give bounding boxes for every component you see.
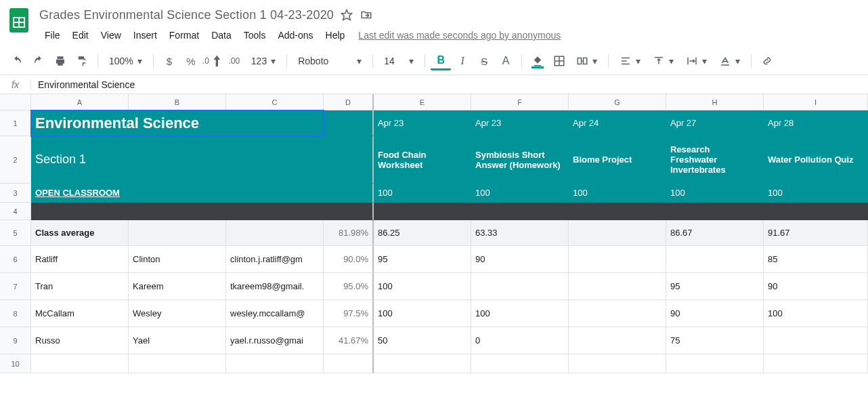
cell[interactable] [569,327,666,354]
cell[interactable]: 90 [764,273,868,300]
row-header[interactable]: 2 [0,136,31,184]
menu-edit[interactable]: Edit [67,27,94,43]
col-header[interactable]: H [666,94,764,110]
text-wrap-button[interactable]: ▾ [680,51,712,70]
menu-data[interactable]: Data [206,27,237,43]
h-align-button[interactable]: ▾ [614,51,646,70]
col-header[interactable]: G [569,94,666,110]
cell[interactable] [764,354,868,373]
cell[interactable]: clinton.j.ratliff@gm [226,246,324,273]
cell[interactable]: McCallam [31,300,129,327]
cell[interactable]: tkareem98@gmail. [226,273,324,300]
cell[interactable]: 86.25 [374,220,471,246]
formula-input[interactable] [31,79,868,90]
cell[interactable]: 0 [471,327,569,354]
menu-view[interactable]: View [95,27,127,43]
cell-a1[interactable]: Environmental Science [31,110,324,136]
cell[interactable] [666,246,764,273]
menu-tools[interactable]: Tools [238,27,272,43]
cell[interactable]: 100 [666,184,764,203]
row-header[interactable]: 7 [0,273,31,300]
col-header[interactable]: I [764,94,868,110]
cell[interactable]: 41.67% [324,327,374,354]
cell[interactable]: Ratliff [31,246,129,273]
class-average-label[interactable]: Class average [31,220,129,246]
row-header[interactable]: 10 [0,354,31,373]
cell[interactable]: 100 [374,300,471,327]
cell[interactable]: Tran [31,273,129,300]
cell[interactable]: Yael [129,327,226,354]
cell[interactable]: Apr 27 [666,110,764,136]
col-header[interactable]: D [324,94,374,110]
redo-button[interactable] [28,51,49,70]
cell[interactable]: 85 [764,246,868,273]
cell[interactable]: 86.67 [666,220,764,246]
cell-a2[interactable]: Section 1 [31,136,324,184]
cell[interactable]: 90.0% [324,246,374,273]
menu-addons[interactable]: Add-ons [272,27,318,43]
menu-insert[interactable]: Insert [128,27,162,43]
cell[interactable]: 95 [666,273,764,300]
bold-button[interactable]: B [431,51,451,70]
cell[interactable]: 90 [471,246,569,273]
currency-button[interactable]: $ [159,51,179,70]
row-header[interactable]: 4 [0,203,31,220]
cell[interactable]: Clinton [129,246,226,273]
col-header[interactable]: B [129,94,226,110]
menu-format[interactable]: Format [164,27,204,43]
row-header[interactable]: 8 [0,300,31,327]
cell[interactable] [324,110,374,136]
insert-link-button[interactable] [757,51,777,70]
cell[interactable] [569,246,666,273]
text-color-button[interactable]: A [496,51,516,70]
cell[interactable]: 100 [569,184,666,203]
increase-decimal-button[interactable]: .00 [224,51,244,70]
paint-format-button[interactable] [72,51,92,70]
cell[interactable]: 90 [666,300,764,327]
cell[interactable] [129,220,226,246]
select-all-corner[interactable] [0,94,31,110]
cell[interactable]: 100 [764,184,868,203]
cell[interactable]: Symbiosis Short Answer (Homework) [471,136,569,184]
cell[interactable] [31,354,129,373]
cell[interactable]: Apr 28 [764,110,868,136]
more-formats-button[interactable]: 123▾ [246,51,281,70]
cell[interactable] [226,354,324,373]
col-header[interactable]: C [226,94,324,110]
menu-file[interactable]: File [39,27,66,43]
cell[interactable]: 100 [471,184,569,203]
cell[interactable]: yael.r.russo@gmai [226,327,324,354]
cell[interactable] [471,273,569,300]
font-size-select[interactable]: 14▾ [378,51,419,70]
cell[interactable]: Kareem [129,273,226,300]
cell[interactable]: 91.67 [764,220,868,246]
cell[interactable] [324,354,374,373]
print-button[interactable] [50,51,70,70]
zoom-select[interactable]: 100%▾ [104,51,148,70]
row-header[interactable]: 6 [0,246,31,273]
cell[interactable] [31,203,374,220]
row-header[interactable]: 9 [0,327,31,354]
cell[interactable]: Apr 24 [569,110,666,136]
fill-color-button[interactable] [527,51,548,70]
cell[interactable]: 50 [374,327,471,354]
class-average-pct[interactable]: 81.98% [324,220,374,246]
cell[interactable] [374,203,868,220]
cell[interactable] [129,354,226,373]
col-header[interactable]: A [31,94,129,110]
cell[interactable]: 63.33 [471,220,569,246]
cell[interactable] [569,300,666,327]
italic-button[interactable]: I [452,51,473,70]
row-header[interactable]: 5 [0,220,31,246]
cell[interactable]: wesley.mccallam@ [226,300,324,327]
move-to-folder-icon[interactable] [360,9,373,21]
font-select[interactable]: Roboto▾ [292,51,367,70]
cell[interactable] [569,354,666,373]
doc-title[interactable]: Grades Environmental Science Section 1 0… [39,8,334,22]
cell[interactable]: 100 [471,300,569,327]
col-header[interactable]: E [374,94,471,110]
cell[interactable]: Biome Project [569,136,666,184]
merge-cells-button[interactable]: ▾ [571,51,603,70]
cell[interactable] [226,220,324,246]
cell[interactable]: 75 [666,327,764,354]
